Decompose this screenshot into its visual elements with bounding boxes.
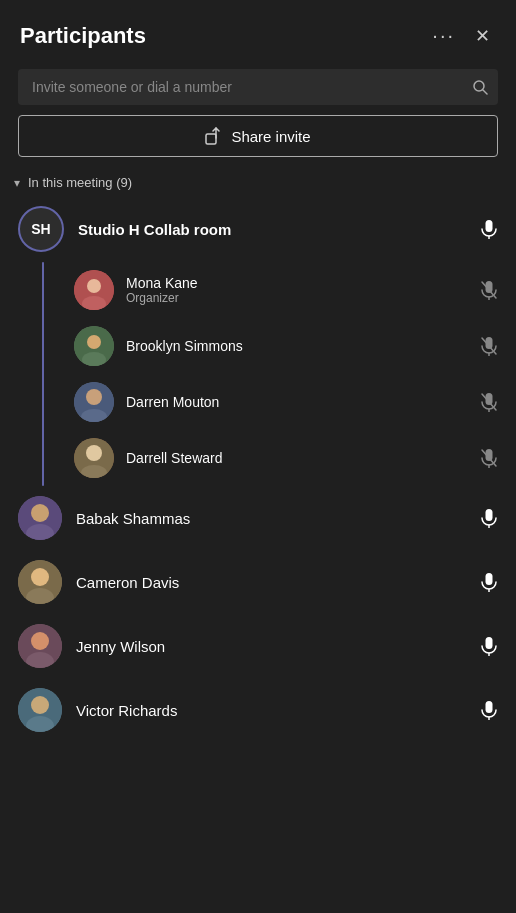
participant-name: Brooklyn Simmons — [126, 338, 468, 354]
list-item[interactable]: Darren Mouton — [62, 374, 516, 430]
svg-rect-2 — [206, 134, 216, 144]
room-item[interactable]: SH Studio H Collab room — [0, 196, 516, 262]
svg-point-36 — [31, 568, 49, 586]
participant-name: Darrell Steward — [126, 450, 468, 466]
mic-muted-icon — [480, 448, 498, 468]
room-avatar: SH — [18, 206, 64, 252]
chevron-down-icon: ▾ — [14, 176, 20, 190]
room-name: Studio H Collab room — [78, 221, 466, 238]
list-item[interactable]: Cameron Davis — [0, 550, 516, 614]
avatar — [18, 496, 62, 540]
avatar — [74, 382, 114, 422]
mic-active-icon — [480, 219, 498, 239]
avatar — [18, 688, 62, 732]
close-button[interactable]: ✕ — [469, 21, 496, 51]
participant-info: Darren Mouton — [126, 394, 468, 410]
list-item[interactable]: Darrell Steward — [62, 430, 516, 486]
panel-header: Participants ··· ✕ — [0, 0, 516, 63]
share-invite-button[interactable]: Share invite — [18, 115, 498, 157]
mic-active-icon — [480, 700, 498, 720]
mic-active-icon — [480, 508, 498, 528]
search-input[interactable] — [18, 69, 498, 105]
search-area: Share invite — [0, 63, 516, 167]
sub-participants-group: Mona Kane Organizer — [0, 262, 516, 486]
svg-point-19 — [86, 389, 102, 405]
search-icon — [472, 79, 488, 95]
search-button[interactable] — [472, 79, 488, 95]
participant-name: Mona Kane — [126, 275, 468, 291]
meeting-section-label: In this meeting (9) — [28, 175, 132, 190]
participant-info: Brooklyn Simmons — [126, 338, 468, 354]
mic-muted-icon — [480, 392, 498, 412]
avatar — [74, 270, 114, 310]
meeting-section-header[interactable]: ▾ In this meeting (9) — [0, 167, 516, 196]
panel-title: Participants — [20, 23, 146, 49]
participant-name: Cameron Davis — [76, 574, 466, 591]
svg-rect-33 — [486, 509, 493, 521]
list-item[interactable]: Mona Kane Organizer — [62, 262, 516, 318]
svg-point-13 — [87, 335, 101, 349]
share-icon — [205, 127, 223, 145]
svg-rect-43 — [486, 637, 493, 649]
svg-point-46 — [31, 696, 49, 714]
avatar — [74, 438, 114, 478]
svg-rect-48 — [486, 701, 493, 713]
participant-role: Organizer — [126, 291, 468, 305]
svg-point-31 — [31, 504, 49, 522]
participant-name: Babak Shammas — [76, 510, 466, 527]
group-line — [42, 262, 44, 486]
svg-point-41 — [31, 632, 49, 650]
mic-active-icon — [480, 636, 498, 656]
mic-muted-icon — [480, 280, 498, 300]
svg-point-7 — [87, 279, 101, 293]
list-item[interactable]: Brooklyn Simmons — [62, 318, 516, 374]
search-wrapper — [18, 69, 498, 105]
svg-line-1 — [483, 90, 487, 94]
share-invite-label: Share invite — [231, 128, 310, 145]
participant-name: Darren Mouton — [126, 394, 468, 410]
header-actions: ··· ✕ — [426, 20, 496, 51]
list-item[interactable]: Jenny Wilson — [0, 614, 516, 678]
participant-name: Victor Richards — [76, 702, 466, 719]
avatar — [18, 624, 62, 668]
mic-muted-icon — [480, 336, 498, 356]
participant-info: Darrell Steward — [126, 450, 468, 466]
svg-point-25 — [86, 445, 102, 461]
mic-active-icon — [480, 572, 498, 592]
participants-panel: Participants ··· ✕ Share invite — [0, 0, 516, 913]
avatar — [18, 560, 62, 604]
list-item[interactable]: Victor Richards — [0, 678, 516, 742]
participant-name: Jenny Wilson — [76, 638, 466, 655]
more-options-button[interactable]: ··· — [426, 20, 461, 51]
list-item[interactable]: Babak Shammas — [0, 486, 516, 550]
participants-list: SH Studio H Collab room — [0, 196, 516, 913]
avatar — [74, 326, 114, 366]
svg-rect-38 — [486, 573, 493, 585]
participant-info: Mona Kane Organizer — [126, 275, 468, 305]
svg-rect-4 — [486, 220, 493, 232]
